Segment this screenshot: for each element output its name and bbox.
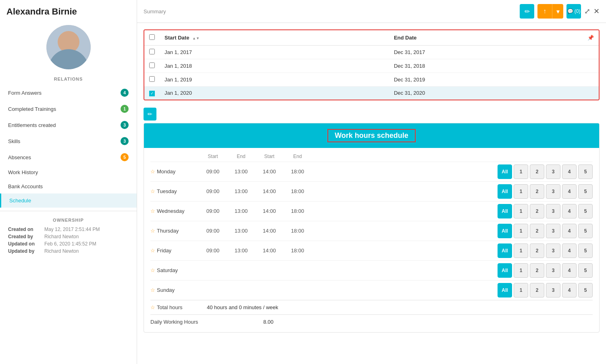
week-btn-2-friday[interactable]: 2 [530, 243, 544, 258]
edit-button[interactable]: ✏ [520, 4, 534, 19]
week-btn-5-tuesday[interactable]: 5 [578, 184, 593, 199]
avatar [46, 25, 91, 69]
sort-arrows-start-date[interactable]: ▲▼ [192, 36, 200, 40]
col-start2-header: Start [255, 154, 283, 159]
daily-value: 8.00 [263, 319, 273, 325]
nav-item-bank-accounts[interactable]: Bank Accounts [0, 179, 137, 193]
close-button[interactable]: ✕ [594, 4, 600, 19]
week-btn-all-wednesday[interactable]: All [498, 204, 512, 218]
week-btn-5-monday[interactable]: 5 [578, 164, 593, 179]
week-btn-5-sunday[interactable]: 5 [578, 283, 593, 297]
week-buttons-wednesday: All12345 [498, 204, 593, 218]
week-btn-3-friday[interactable]: 3 [546, 243, 560, 258]
start-date-0: Jan 1, 2017 [160, 46, 389, 59]
end-date-3: Dec 31, 2020 [389, 87, 599, 100]
week-btn-3-sunday[interactable]: 3 [546, 283, 560, 297]
week-btn-4-thursday[interactable]: 4 [562, 224, 577, 238]
nav-item-entitlements-created[interactable]: Entitlements created 3 [0, 117, 137, 133]
week-btn-3-monday[interactable]: 3 [546, 164, 560, 179]
nav-item-completed-trainings[interactable]: Completed Trainings 1 [0, 101, 137, 117]
week-btn-3-tuesday[interactable]: 3 [546, 184, 560, 199]
expand-button[interactable]: ⤢ [584, 4, 590, 19]
week-btn-all-tuesday[interactable]: All [498, 184, 512, 199]
start-date-3: Jan 1, 2020 [160, 87, 389, 100]
schedule-rows-container: ☆Monday09:0013:0014:0018:00All12345☆Tues… [150, 162, 593, 300]
week-btn-all-friday[interactable]: All [498, 243, 512, 258]
ownership-val-created-by: Richard Newton [44, 234, 79, 239]
edit-record-button[interactable]: ✏ [144, 108, 156, 121]
start1-thursday: 09:00 [199, 228, 227, 234]
start1-monday: 09:00 [199, 168, 227, 175]
start-date-1: Jan 1, 2018 [160, 59, 389, 73]
day-name-tuesday: ☆Tuesday [150, 188, 199, 194]
week-btn-4-saturday[interactable]: 4 [562, 263, 577, 278]
week-btn-all-sunday[interactable]: All [498, 283, 512, 297]
week-btn-5-thursday[interactable]: 5 [578, 224, 593, 238]
week-btn-1-friday[interactable]: 1 [514, 243, 528, 258]
week-btn-4-tuesday[interactable]: 4 [562, 184, 577, 199]
nav-label-completed-trainings: Completed Trainings [8, 106, 56, 112]
week-btn-3-thursday[interactable]: 3 [546, 224, 560, 238]
share-button[interactable]: ↑ [537, 4, 552, 19]
nav-badge-absences: 5 [121, 153, 129, 161]
star-icon: ☆ [150, 208, 155, 214]
nav-item-work-history[interactable]: Work History [0, 165, 137, 179]
col-header-start-date: Start Date ▲▼ [160, 30, 389, 46]
row-checkbox-1[interactable] [149, 62, 155, 68]
week-btn-2-thursday[interactable]: 2 [530, 224, 544, 238]
toolbar: ✏ ↑ ▾ 💬 (0) ⤢ ✕ [520, 4, 600, 19]
nav-item-form-answers[interactable]: Form Answers 4 [0, 85, 137, 101]
nav-label-work-history: Work History [8, 169, 38, 175]
row-checkbox-3[interactable]: ✓ [149, 91, 155, 96]
start1-tuesday: 09:00 [199, 188, 227, 194]
week-btn-2-sunday[interactable]: 2 [530, 283, 544, 297]
chat-button[interactable]: 💬 (0) [566, 4, 581, 19]
schedule-row: ☆SaturdayAll12345 [150, 260, 593, 280]
week-btn-all-monday[interactable]: All [498, 164, 512, 179]
week-btn-4-friday[interactable]: 4 [562, 243, 577, 258]
ownership-val-updated-by: Richard Newton [44, 248, 79, 254]
col-header-checkbox [144, 30, 160, 46]
week-btn-1-tuesday[interactable]: 1 [514, 184, 528, 199]
row-checkbox-2[interactable] [149, 76, 155, 82]
week-btn-2-monday[interactable]: 2 [530, 164, 544, 179]
nav-item-skills[interactable]: Skills 3 [0, 133, 137, 149]
ownership-key-created-by: Created by [8, 234, 44, 239]
week-btn-3-wednesday[interactable]: 3 [546, 204, 560, 218]
nav-label-entitlements-created: Entitlements created [8, 122, 56, 128]
nav-item-absences[interactable]: Absences 5 [0, 149, 137, 165]
start2-monday: 14:00 [255, 168, 283, 175]
week-btn-all-thursday[interactable]: All [498, 224, 512, 238]
week-btn-1-wednesday[interactable]: 1 [514, 204, 528, 218]
week-btn-5-saturday[interactable]: 5 [578, 263, 593, 278]
week-btn-1-thursday[interactable]: 1 [514, 224, 528, 238]
col-end2-header: End [283, 154, 312, 159]
week-btn-4-wednesday[interactable]: 4 [562, 204, 577, 218]
week-btn-2-tuesday[interactable]: 2 [530, 184, 544, 199]
week-btn-2-wednesday[interactable]: 2 [530, 204, 544, 218]
select-all-checkbox[interactable] [149, 34, 155, 40]
week-btn-5-wednesday[interactable]: 5 [578, 204, 593, 218]
week-btn-3-saturday[interactable]: 3 [546, 263, 560, 278]
nav-item-schedule[interactable]: Schedule [0, 193, 137, 208]
nav-label-schedule: Schedule [9, 198, 31, 204]
share-dropdown-button[interactable]: ▾ [552, 4, 563, 19]
page-title: Alexandra Birnie [0, 0, 137, 17]
star-icon: ☆ [150, 188, 155, 194]
row-checkbox-0[interactable] [149, 49, 155, 54]
week-buttons-sunday: All12345 [498, 283, 593, 297]
week-btn-1-sunday[interactable]: 1 [514, 283, 528, 297]
relations-section-label: RELATIONS [0, 73, 137, 85]
week-buttons-monday: All12345 [498, 164, 593, 179]
week-btn-4-sunday[interactable]: 4 [562, 283, 577, 297]
start2-tuesday: 14:00 [255, 188, 283, 194]
week-btn-1-monday[interactable]: 1 [514, 164, 528, 179]
end1-monday: 13:00 [227, 168, 255, 175]
week-btn-5-friday[interactable]: 5 [578, 243, 593, 258]
week-btn-2-saturday[interactable]: 2 [530, 263, 544, 278]
week-btn-all-saturday[interactable]: All [498, 263, 512, 278]
week-btn-4-monday[interactable]: 4 [562, 164, 577, 179]
day-name-wednesday: ☆Wednesday [150, 208, 199, 214]
end-date-0: Dec 31, 2017 [389, 46, 599, 59]
week-btn-1-saturday[interactable]: 1 [514, 263, 528, 278]
